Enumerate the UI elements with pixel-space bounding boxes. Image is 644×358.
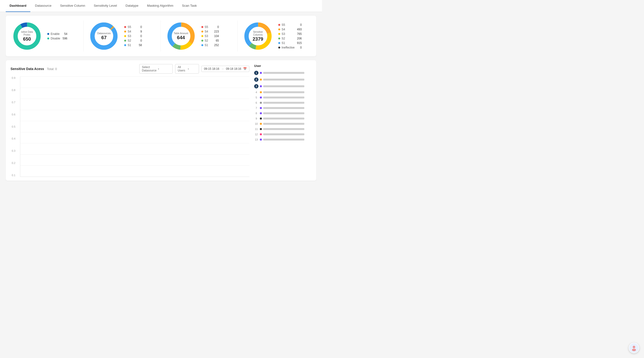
svg-point-2 (18, 27, 36, 45)
user-rank: 12 (254, 133, 258, 136)
user-row: 8 (254, 111, 312, 115)
access-total: Total: 0 (47, 67, 57, 71)
legend-item-sc-s1: S1 915 (278, 41, 302, 45)
tab-datatype[interactable]: Datatype (122, 0, 142, 12)
user-avatar-dot (260, 112, 262, 114)
tab-scan-task[interactable]: Scan Task (178, 0, 201, 12)
user-row: 1 (254, 70, 312, 76)
user-row: 5 (254, 95, 312, 100)
tab-sensitive-column[interactable]: Sensitive Column (56, 0, 89, 12)
legend-item-ds-s5: S5 0 (124, 25, 142, 29)
grid-line-03 (20, 143, 250, 143)
date-from: 09-15 18:16 (204, 67, 219, 71)
chart-container: 0.9 0.8 0.7 0.6 0.5 0.4 0.3 0.2 0.1 (20, 77, 250, 177)
tab-datasource[interactable]: Datasource (31, 0, 56, 12)
arrow-icon: → (221, 67, 224, 71)
tab-sensitivity-level[interactable]: Sensitivity Level (90, 0, 121, 12)
user-row: 9 (254, 116, 312, 121)
legend-dot-disable (47, 38, 49, 40)
user-row: 12 (254, 132, 312, 136)
user-name-bar (263, 112, 304, 114)
users-select[interactable]: All Users ▾ (175, 64, 199, 74)
svg-point-11 (172, 27, 190, 45)
legend-item-ds-s4: S4 9 (124, 30, 142, 33)
legend-item-sc-s3: S3 765 (278, 32, 302, 36)
user-rank: 2 (254, 78, 258, 82)
legend-dot-enable (47, 33, 49, 35)
date-range-picker[interactable]: 09-15 18:16 → 09-18 18:16 📅 (201, 66, 250, 72)
user-rank: 5 (254, 96, 258, 99)
grid-line-04 (20, 132, 250, 132)
card-sensitive-data-protection: isitive Data Protec 650 Enable 54 Disabl… (12, 21, 80, 52)
user-avatar-dot (260, 97, 262, 99)
user-panel: User 12345678910111213 (254, 64, 312, 177)
users-label: All Users (178, 66, 186, 72)
user-row: 3 (254, 83, 312, 89)
legend-item-enable: Enable 54 (47, 32, 67, 36)
user-rank: 11 (254, 128, 258, 131)
user-list: 12345678910111213 (254, 70, 312, 142)
main-content: isitive Data Protec 650 Enable 54 Disabl… (0, 12, 322, 184)
grid-line-01 (20, 165, 250, 166)
legend-item-sc-s2: S2 206 (278, 37, 302, 40)
donut-sensitive-columns: Sensitive Columns 2379 (242, 21, 274, 52)
donut-table-amount: Table Amount 644 (166, 21, 196, 52)
card-table-amount: Table Amount 644 S5 0 S4 223 S3 (160, 21, 234, 52)
user-row: 4 (254, 90, 312, 94)
legend-item-ta-s5: S5 0 (201, 25, 219, 29)
user-row: 10 (254, 122, 312, 126)
user-row: 6 (254, 101, 312, 105)
legend-item-sc-ineffective: Ineffective 0 (278, 46, 302, 49)
user-name-bar (263, 139, 304, 141)
cards-row: isitive Data Protec 650 Enable 54 Disabl… (6, 16, 316, 56)
legend-item-sc-s5: S5 0 (278, 23, 302, 27)
user-rank: 10 (254, 122, 258, 125)
datasource-select[interactable]: Select Datasource ▾ (139, 64, 173, 74)
legend-item-ta-s1: S1 252 (201, 44, 219, 47)
grid-line-08 (20, 88, 250, 88)
calendar-icon: 📅 (243, 67, 247, 71)
user-rank: 9 (254, 117, 258, 120)
user-name-bar (263, 107, 304, 109)
legend-dot-ds-s2 (124, 40, 126, 42)
date-to: 09-18 18:16 (226, 67, 241, 71)
user-name-bar (263, 133, 304, 135)
user-name-bar (263, 97, 304, 99)
grid-line-02 (20, 154, 250, 155)
user-panel-title: User (254, 64, 312, 68)
datasource-placeholder: Select Datasource (142, 66, 156, 72)
tab-dashboard[interactable]: Dashboard (6, 0, 30, 12)
grid-line-05 (20, 121, 250, 121)
user-avatar-dot (260, 133, 262, 135)
y-axis: 0.9 0.8 0.7 0.6 0.5 0.4 0.3 0.2 0.1 (12, 77, 15, 177)
card-datasources: Datasources 67 S5 0 S4 9 S3 0 (83, 21, 156, 52)
chevron-down-icon: ▾ (158, 68, 170, 70)
access-header: Sensitive Data Acess Total: 0 Select Dat… (10, 64, 250, 74)
legend-dot-ds-s5 (124, 26, 126, 28)
legend-protection: Enable 54 Disable 596 (47, 32, 67, 40)
donut-datasources: Datasources 67 (88, 21, 120, 52)
user-avatar-dot (260, 107, 262, 109)
tab-masking-algorithm[interactable]: Masking Algorithm (143, 0, 177, 12)
user-rank: 1 (254, 71, 258, 75)
user-name-bar (263, 72, 304, 74)
access-title: Sensitive Data Acess (10, 67, 44, 71)
legend-table: S5 0 S4 223 S3 104 S2 65 (201, 25, 219, 47)
user-name-bar (263, 85, 304, 87)
grid-line-06 (20, 110, 250, 110)
legend-dot-ds-s3 (124, 35, 126, 37)
user-avatar-dot (260, 128, 262, 130)
grid-line-09 (20, 77, 250, 77)
legend-item-ds-s2: S2 0 (124, 39, 142, 42)
user-name-bar (263, 102, 304, 104)
user-avatar-dot (260, 91, 262, 93)
legend-value-disable: 596 (62, 37, 67, 40)
user-name-bar (263, 128, 304, 130)
user-row: 13 (254, 137, 312, 142)
legend-label-enable: Enable (51, 32, 60, 36)
legend-value-enable: 54 (62, 32, 67, 36)
user-rank: 3 (254, 84, 258, 88)
legend-item-ds-s1: S1 58 (124, 44, 142, 47)
svg-point-6 (95, 27, 113, 45)
donut-protection: isitive Data Protec 650 (12, 21, 42, 52)
